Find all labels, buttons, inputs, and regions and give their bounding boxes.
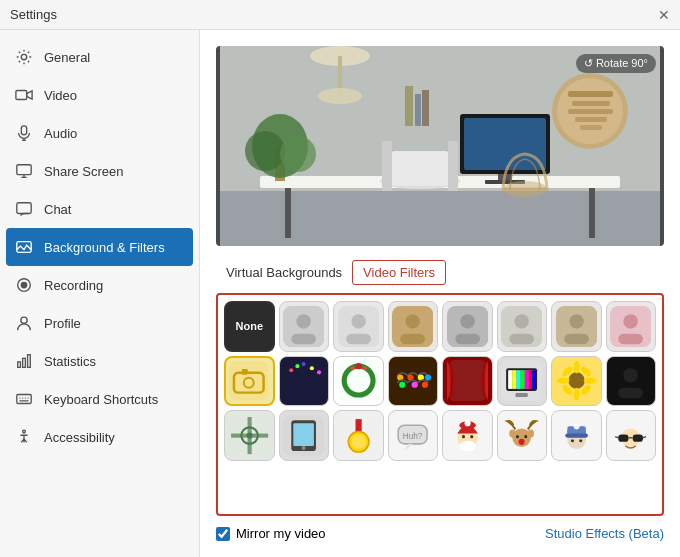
svg-point-76 [317, 370, 321, 374]
svg-rect-22 [568, 91, 613, 97]
svg-point-136 [470, 435, 473, 438]
svg-rect-3 [17, 165, 31, 175]
tab-virtual-backgrounds[interactable]: Virtual Backgrounds [216, 261, 352, 284]
filter-tan2[interactable] [551, 301, 602, 352]
svg-rect-38 [405, 86, 413, 126]
filter-gray1[interactable] [279, 301, 330, 352]
filter-beanie[interactable] [551, 410, 602, 461]
svg-point-105 [573, 388, 579, 400]
svg-rect-95 [512, 370, 516, 389]
accessibility-icon [14, 427, 34, 447]
main-layout: General Video Audio [0, 30, 680, 557]
svg-point-86 [425, 375, 431, 381]
filter-tan[interactable] [388, 301, 439, 352]
video-preview: ↺ Rotate 90° [216, 46, 664, 246]
filter-crosshair[interactable] [224, 410, 275, 461]
sidebar-item-statistics[interactable]: Statistics [0, 342, 199, 380]
svg-point-89 [422, 382, 428, 388]
filter-red-curtain[interactable] [442, 356, 493, 407]
svg-rect-97 [521, 370, 525, 389]
svg-rect-43 [382, 141, 392, 191]
recording-icon [14, 275, 34, 295]
mirror-checkbox-label[interactable]: Mirror my video [216, 526, 326, 541]
video-icon [14, 85, 34, 105]
filter-gray4[interactable] [497, 301, 548, 352]
filters-grid: None [224, 301, 656, 461]
filter-gray2[interactable] [333, 301, 384, 352]
filter-gray3[interactable] [442, 301, 493, 352]
filter-none-label: None [236, 320, 264, 332]
chat-icon [14, 199, 34, 219]
svg-point-127 [351, 434, 365, 448]
sidebar-item-recording[interactable]: Recording [0, 266, 199, 304]
sidebar-item-chat[interactable]: Chat [0, 190, 199, 228]
share-screen-icon [14, 161, 34, 181]
filter-sunflower[interactable] [551, 356, 602, 407]
svg-point-150 [573, 423, 579, 429]
close-button[interactable]: ✕ [658, 8, 670, 22]
stats-icon [14, 351, 34, 371]
filters-outer: None [216, 293, 664, 516]
sidebar-item-share-screen-label: Share Screen [44, 164, 124, 179]
content-area: ↺ Rotate 90° Virtual Backgrounds Video F… [200, 30, 680, 557]
gear-icon [14, 47, 34, 67]
filter-speech[interactable]: Huh? [388, 410, 439, 461]
svg-rect-66 [618, 333, 643, 343]
audio-icon [14, 123, 34, 143]
filter-camera[interactable] [224, 356, 275, 407]
svg-rect-57 [455, 333, 480, 343]
background-icon [14, 237, 34, 257]
filter-wreath[interactable] [333, 356, 384, 407]
filter-tablet[interactable] [279, 410, 330, 461]
filter-dark[interactable] [279, 356, 330, 407]
sidebar-item-keyboard-shortcuts[interactable]: Keyboard Shortcuts [0, 380, 199, 418]
sidebar-item-background-filters[interactable]: Background & Filters [6, 228, 193, 266]
filter-medal[interactable] [333, 410, 384, 461]
svg-point-59 [515, 314, 529, 328]
sidebar-item-audio[interactable]: Audio [0, 114, 199, 152]
bottom-row: Mirror my video Studio Effects (Beta) [216, 526, 664, 541]
svg-rect-96 [517, 370, 521, 389]
svg-point-13 [23, 430, 26, 433]
svg-point-75 [310, 366, 314, 370]
sidebar-item-video-label: Video [44, 88, 77, 103]
svg-rect-114 [618, 388, 643, 398]
svg-point-104 [573, 361, 579, 373]
svg-point-88 [412, 382, 418, 388]
filter-santa[interactable] [442, 410, 493, 461]
sidebar-item-general[interactable]: General [0, 38, 199, 76]
filter-sunglasses[interactable] [606, 410, 657, 461]
sidebar-item-audio-label: Audio [44, 126, 77, 141]
sidebar-item-accessibility-label: Accessibility [44, 430, 115, 445]
sidebar-item-share-screen[interactable]: Share Screen [0, 152, 199, 190]
svg-rect-11 [28, 355, 31, 368]
sidebar-item-profile[interactable]: Profile [0, 304, 199, 342]
svg-rect-42 [390, 151, 450, 186]
svg-rect-63 [564, 333, 589, 343]
svg-point-7 [21, 282, 26, 287]
svg-rect-60 [509, 333, 534, 343]
filter-lights[interactable] [388, 356, 439, 407]
filter-reindeer[interactable] [497, 410, 548, 461]
filter-pink[interactable] [606, 301, 657, 352]
filter-tv[interactable] [497, 356, 548, 407]
svg-rect-2 [21, 126, 26, 135]
svg-point-140 [516, 435, 519, 438]
mirror-checkbox-input[interactable] [216, 527, 230, 541]
tab-video-filters[interactable]: Video Filters [352, 260, 446, 285]
svg-point-107 [583, 378, 595, 384]
svg-rect-26 [580, 125, 602, 130]
svg-rect-4 [17, 203, 31, 214]
filter-dark2[interactable] [606, 356, 657, 407]
filter-none[interactable]: None [224, 301, 275, 352]
window-title: Settings [10, 7, 57, 22]
sidebar-item-accessibility[interactable]: Accessibility [0, 418, 199, 456]
filters-scroll[interactable]: None [224, 301, 656, 508]
rotate-button[interactable]: ↺ Rotate 90° [576, 54, 656, 73]
studio-effects-link[interactable]: Studio Effects (Beta) [545, 526, 664, 541]
svg-rect-31 [464, 118, 546, 170]
svg-point-72 [289, 368, 293, 372]
keyboard-icon [14, 389, 34, 409]
svg-point-50 [351, 314, 365, 328]
sidebar-item-video[interactable]: Video [0, 76, 199, 114]
